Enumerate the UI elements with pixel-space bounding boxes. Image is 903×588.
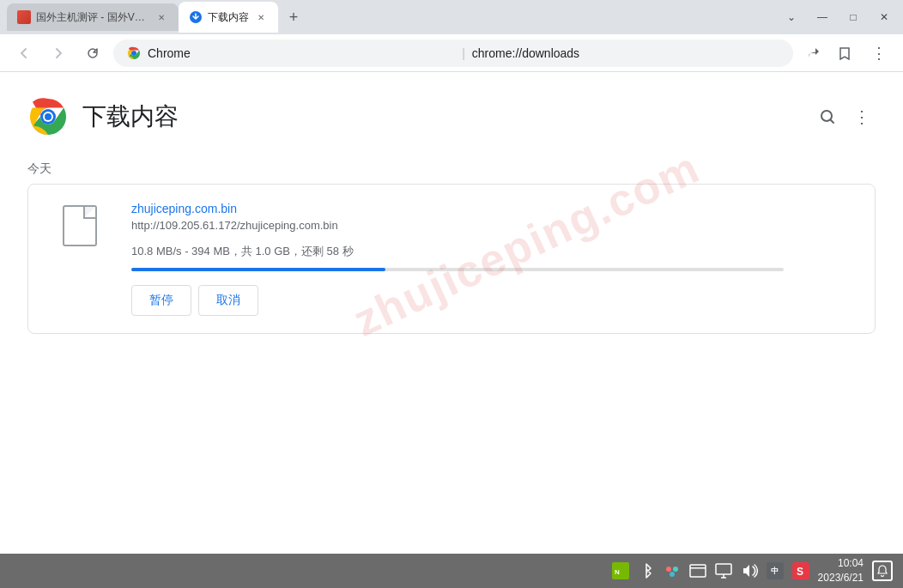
page-title: 下载内容 [82, 100, 179, 133]
download-card: zhujiceping.com.bin http://109.205.61.17… [27, 184, 876, 334]
section-today-label: 今天 [27, 151, 876, 184]
svg-point-13 [670, 572, 675, 577]
chrome-label: Chrome [148, 46, 455, 60]
download-filename[interactable]: zhujiceping.com.bin [131, 202, 858, 215]
address-divider: | [462, 46, 465, 60]
share-button[interactable] [800, 39, 827, 67]
svg-point-3 [132, 52, 136, 55]
bluetooth-icon[interactable] [638, 562, 655, 579]
active-tab-close[interactable]: ✕ [254, 10, 268, 24]
download-info: zhujiceping.com.bin http://109.205.61.17… [131, 202, 858, 316]
svg-point-11 [666, 567, 671, 572]
taskbar-date: 2023/6/21 [818, 571, 864, 585]
window-icon[interactable] [689, 562, 706, 579]
forward-button[interactable] [45, 39, 72, 67]
back-button[interactable] [10, 39, 38, 67]
svg-text:N: N [615, 568, 620, 576]
file-icon [63, 205, 97, 246]
chrome-logo-large [27, 96, 69, 137]
new-tab-button[interactable]: + [282, 5, 306, 29]
page-header-right: ⋮ [814, 103, 876, 130]
address-bar: Chrome | chrome://downloads ⋮ [0, 34, 903, 72]
svg-point-8 [821, 111, 832, 121]
nvidia-icon[interactable]: N [612, 562, 629, 579]
close-button[interactable]: ✕ [872, 5, 896, 29]
svg-rect-16 [716, 564, 731, 574]
active-tab-title: 下载内容 [208, 10, 249, 25]
download-file-icon-area [28, 202, 131, 246]
taskbar-right: N [612, 556, 893, 585]
download-actions: 暂停 取消 [131, 285, 858, 316]
progress-bar-fill [131, 268, 385, 271]
svg-rect-15 [690, 567, 706, 569]
window-controls: ⌄ — □ ✕ [779, 5, 896, 29]
svg-point-7 [45, 113, 52, 120]
volume-icon[interactable] [741, 562, 758, 579]
inactive-tab-favicon [17, 10, 31, 24]
inactive-tab-close[interactable]: ✕ [155, 10, 168, 24]
display-icon[interactable] [715, 562, 732, 579]
pause-button[interactable]: 暂停 [131, 285, 191, 316]
maximize-button[interactable]: □ [841, 5, 865, 29]
tab-active[interactable]: 下载内容 ✕ [179, 2, 278, 33]
taskbar-time: 10:04 [818, 556, 864, 571]
inactive-tab-title: 国外主机测评 - 国外VPS， [36, 10, 149, 25]
main-content: zhujiceping.com 下载内容 ⋮ [0, 72, 903, 554]
download-url: http://109.205.61.172/zhujiceping.com.bi… [131, 219, 858, 232]
bookmark-button[interactable] [831, 39, 858, 67]
page-header: 下载内容 ⋮ [27, 72, 876, 151]
url-text: chrome://downloads [472, 46, 779, 60]
download-tab-favicon [189, 10, 203, 24]
address-right-buttons [800, 39, 858, 67]
svg-rect-14 [690, 565, 706, 577]
color-icon[interactable] [664, 562, 681, 579]
s-app-icon[interactable]: S [792, 562, 809, 579]
search-icon [819, 108, 836, 125]
downloads-menu-button[interactable]: ⋮ [848, 103, 876, 130]
language-icon[interactable]: 中 [767, 562, 784, 579]
progress-bar-container [131, 268, 784, 271]
cancel-button[interactable]: 取消 [198, 285, 258, 316]
browser-menu-button[interactable]: ⋮ [865, 39, 893, 67]
taskbar-clock: 10:04 2023/6/21 [818, 556, 864, 585]
svg-point-12 [673, 567, 678, 572]
tab-inactive[interactable]: 国外主机测评 - 国外VPS， ✕ [7, 3, 179, 31]
minimize-button[interactable]: — [810, 5, 834, 29]
reload-button[interactable] [79, 39, 106, 67]
address-input[interactable]: Chrome | chrome://downloads [113, 39, 793, 67]
page-header-left: 下载内容 [27, 96, 179, 137]
title-bar: 国外主机测评 - 国外VPS， ✕ 下载内容 ✕ + ⌄ — □ ✕ [0, 0, 903, 34]
chrome-logo-small [127, 46, 141, 60]
show-all-windows-button[interactable]: ⌄ [779, 5, 803, 29]
search-downloads-button[interactable] [814, 103, 841, 130]
notification-button[interactable] [872, 561, 893, 581]
download-status: 10.8 MB/s - 394 MB，共 1.0 GB，还剩 58 秒 [131, 244, 858, 259]
svg-text:S: S [797, 566, 803, 578]
taskbar: N [0, 554, 903, 588]
